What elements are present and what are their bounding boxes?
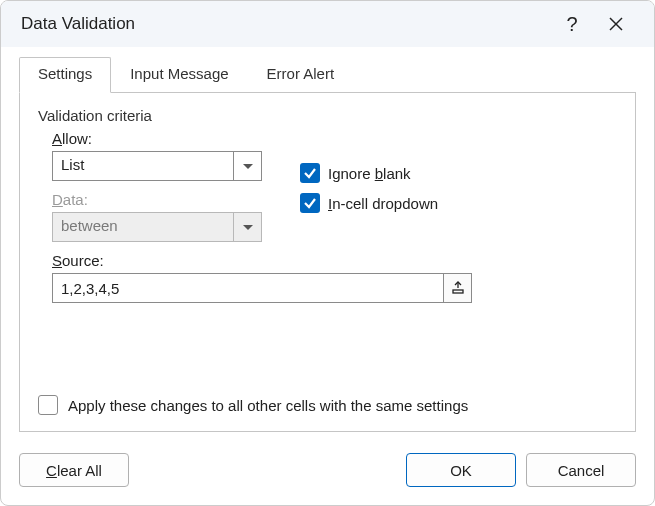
apply-all-label: Apply these changes to all other cells w… [68,397,468,414]
data-combobox: between [52,212,262,242]
ok-button[interactable]: OK [406,453,516,487]
allow-dropdown-button[interactable] [233,152,261,180]
data-label: Data: [52,191,282,208]
incell-dropdown-label: In-cell dropdown [328,195,438,212]
tab-settings[interactable]: Settings [19,57,111,93]
clear-all-button[interactable]: Clear All [19,453,129,487]
allow-value: List [53,152,233,180]
checkbox-checked-icon [300,163,320,183]
source-label: Source: [52,252,617,269]
source-input[interactable] [53,274,443,302]
apply-all-checkbox[interactable]: Apply these changes to all other cells w… [38,395,468,415]
dialog-title: Data Validation [21,14,550,34]
checkbox-unchecked-icon [38,395,58,415]
tab-error-alert[interactable]: Error Alert [248,57,354,93]
source-input-wrap [52,273,472,303]
chevron-down-icon [243,164,253,169]
allow-label: Allow: [52,130,282,147]
titlebar: Data Validation ? [1,1,654,47]
close-button[interactable] [594,2,638,46]
ignore-blank-checkbox[interactable]: Ignore blank [300,158,438,188]
dialog-footer: Clear All OK Cancel [1,445,654,505]
chevron-down-icon [243,225,253,230]
data-validation-dialog: Data Validation ? Settings Input Message… [0,0,655,506]
cancel-button[interactable]: Cancel [526,453,636,487]
tabstrip: Settings Input Message Error Alert [19,57,636,93]
dialog-content: Settings Input Message Error Alert Valid… [1,47,654,445]
close-icon [609,17,623,31]
data-value: between [53,213,233,241]
form-area: Allow: List Data: [38,116,617,303]
groupbox-title: Validation criteria [38,107,617,124]
tab-panel-settings: Validation criteria Allow: List [19,92,636,432]
tab-input-message[interactable]: Input Message [111,57,247,93]
ignore-blank-label: Ignore blank [328,165,411,182]
help-button[interactable]: ? [550,2,594,46]
data-dropdown-button [233,213,261,241]
allow-combobox[interactable]: List [52,151,262,181]
range-picker-icon [451,281,465,295]
range-picker-button[interactable] [443,274,471,302]
svg-rect-2 [453,290,463,293]
checkbox-checked-icon [300,193,320,213]
incell-dropdown-checkbox[interactable]: In-cell dropdown [300,188,438,218]
